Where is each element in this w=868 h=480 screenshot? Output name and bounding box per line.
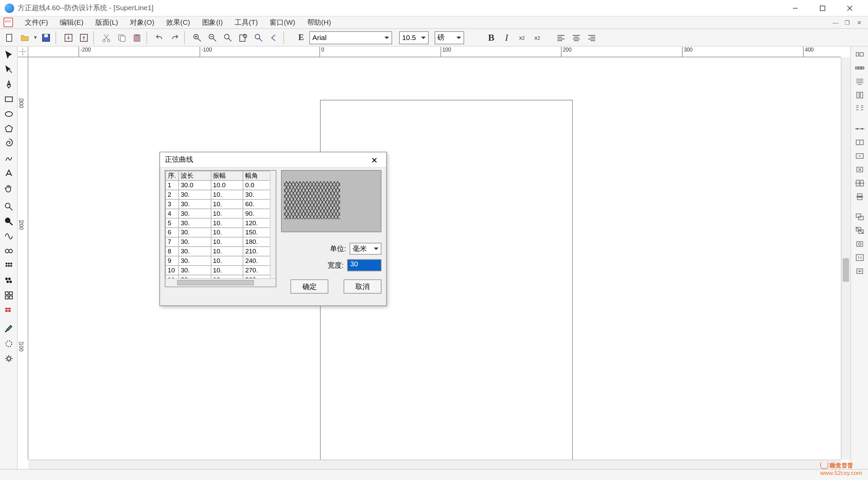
vertical-scrollbar[interactable] [841,57,850,460]
align-right-button[interactable] [585,31,599,45]
table-row[interactable]: 930.10.240. [165,256,275,266]
superscript-button[interactable]: x2 [515,31,529,45]
dist-tool-4[interactable] [852,163,867,176]
mdi-close-icon[interactable]: ✕ [854,18,864,27]
align-tool-1[interactable] [852,48,867,61]
table-row[interactable]: 630.10.150. [165,228,275,237]
dist-tool-1[interactable] [852,122,867,135]
align-tool-5[interactable] [852,102,867,115]
table-row[interactable]: 130.010.00.0 [165,180,275,190]
zoom-fit-button[interactable] [221,31,235,45]
dist-tool-3[interactable] [852,150,867,162]
copy-button[interactable] [115,31,129,45]
sine-tool[interactable] [1,229,16,244]
cut-button[interactable] [99,31,114,45]
text-tool[interactable] [1,166,16,180]
width-input[interactable]: 30 [347,260,381,271]
dialog-titlebar[interactable]: 正弦曲线 ✕ [160,152,386,168]
dialog-close-button[interactable]: ✕ [367,154,381,166]
minimize-button[interactable] [782,0,809,16]
ellipse-tool[interactable] [1,107,16,121]
menu-h[interactable]: 帮助(H) [301,16,337,29]
mdi-minimize-icon[interactable]: — [830,18,841,27]
node-tool[interactable] [1,63,16,77]
import-button[interactable] [61,31,76,45]
canvas-area[interactable]: -200-1000100200300400 3002001000 [18,47,850,469]
align-tool-3[interactable] [852,75,867,88]
redo-button[interactable] [168,31,182,45]
group-tool-1[interactable] [852,210,867,223]
table-h-scrollbar[interactable] [165,278,276,286]
zoom-in-button[interactable] [190,31,204,45]
align-left-button[interactable] [554,31,568,45]
align-tool-2[interactable] [852,61,867,74]
maximize-button[interactable] [809,0,836,16]
dist-tool-2[interactable] [852,136,867,149]
eyedropper-tool[interactable] [1,337,16,351]
mdi-restore-icon[interactable]: ❐ [842,18,852,27]
rectangle-tool[interactable] [1,92,16,107]
hand-tool[interactable] [1,181,16,195]
dist-tool-6[interactable] [852,190,867,203]
table-row[interactable]: 330.10.60. [165,199,275,209]
sine-params-table[interactable]: 序.波长振幅幅角130.010.00.0230.10.30.330.10.60.… [165,170,276,287]
zoom-out-button[interactable] [205,31,220,45]
save-button[interactable] [39,31,53,45]
table-row[interactable]: 430.10.90. [165,209,275,218]
menu-o[interactable]: 对象(O) [124,16,160,29]
group-tool-3[interactable] [852,237,867,250]
polygon-tool[interactable] [1,122,16,136]
new-button[interactable] [2,31,17,45]
table-row[interactable]: 230.10.30. [165,190,275,199]
ruler-origin[interactable] [18,47,28,57]
menu-i[interactable]: 图象(I) [196,16,229,29]
menu-t[interactable]: 工具(T) [229,16,264,29]
guilloche-tool[interactable] [1,244,16,258]
italic-button[interactable]: I [499,31,514,45]
group-tool-4[interactable] [852,251,867,264]
pattern-tool-1[interactable] [1,259,16,273]
dist-tool-5[interactable] [852,177,867,190]
ok-button[interactable]: 确定 [291,280,328,294]
bold-button[interactable]: B [484,31,498,45]
paste-button[interactable] [130,31,144,45]
cancel-button[interactable]: 取消 [344,280,381,294]
text-tool-icon[interactable]: E [294,31,308,45]
pattern-tool-2[interactable] [1,273,16,288]
menu-e[interactable]: 编辑(E) [54,16,89,29]
open-button[interactable] [18,31,32,45]
pointer-tool[interactable] [1,48,16,62]
grid-tool[interactable] [1,288,16,303]
unit-select[interactable]: 毫米 [350,243,381,255]
undo-button[interactable] [152,31,166,45]
zoom-selection-button[interactable] [252,31,266,45]
export-button[interactable] [77,31,91,45]
font-family-select[interactable]: Arial [310,31,392,44]
align-tool-4[interactable] [852,89,867,101]
group-tool-5[interactable] [852,265,867,277]
group-tool-2[interactable] [852,224,867,237]
table-row[interactable]: 530.10.120. [165,218,275,228]
table-row[interactable]: 730.10.180. [165,237,275,247]
font-unit-select[interactable]: 磅 [435,31,464,44]
gear-tool[interactable] [1,351,16,366]
align-center-button[interactable] [569,31,584,45]
menu-l[interactable]: 版面(L) [90,16,124,29]
horizontal-scrollbar[interactable] [28,460,841,469]
table-row[interactable]: 1030.10.270. [165,266,275,275]
table-row[interactable]: 830.10.210. [165,247,275,256]
close-button[interactable] [836,0,863,16]
spiral-tool[interactable] [1,136,16,151]
freehand-tool[interactable] [1,151,16,166]
lattice-tool[interactable] [1,303,16,317]
menu-c[interactable]: 效果(C) [160,16,196,29]
font-size-select[interactable]: 10.5 [399,31,429,44]
zoom-tool-2[interactable] [1,214,16,229]
table-v-scrollbar[interactable] [270,171,276,278]
zoom-page-button[interactable] [236,31,251,45]
subscript-button[interactable]: x2 [530,31,545,45]
brush-tool[interactable] [1,322,16,336]
back-button[interactable] [267,31,281,45]
pen-tool[interactable] [1,77,16,92]
menu-f[interactable]: 文件(F) [19,16,54,29]
